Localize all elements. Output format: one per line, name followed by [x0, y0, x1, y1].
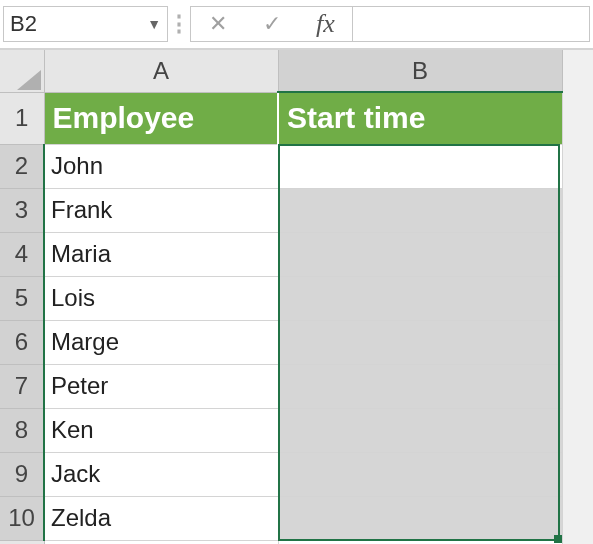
- cell-B2[interactable]: [278, 144, 562, 188]
- row-header-9[interactable]: 9: [0, 452, 44, 496]
- cell-B5[interactable]: [278, 276, 562, 320]
- spreadsheet-grid[interactable]: A B 1 Employee Start time 2 John 3 Frank…: [0, 50, 593, 544]
- row-header-8[interactable]: 8: [0, 408, 44, 452]
- cell-A5[interactable]: Lois: [44, 276, 278, 320]
- insert-function-button[interactable]: fx: [299, 7, 353, 41]
- cell-A4[interactable]: Maria: [44, 232, 278, 276]
- cell-B1[interactable]: Start time: [278, 92, 562, 144]
- cell-A3[interactable]: Frank: [44, 188, 278, 232]
- row-header-1[interactable]: 1: [0, 92, 44, 144]
- cell-A6[interactable]: Marge: [44, 320, 278, 364]
- cell-A1[interactable]: Employee: [44, 92, 278, 144]
- row-header-2[interactable]: 2: [0, 144, 44, 188]
- cell-B10[interactable]: [278, 496, 562, 540]
- name-box[interactable]: B2 ▼: [3, 6, 168, 42]
- chevron-down-icon[interactable]: ▼: [147, 16, 161, 32]
- select-all-corner[interactable]: [0, 50, 44, 92]
- row-header-7[interactable]: 7: [0, 364, 44, 408]
- row-header-3[interactable]: 3: [0, 188, 44, 232]
- cell-B8[interactable]: [278, 408, 562, 452]
- cell-B11[interactable]: [278, 540, 562, 544]
- formula-buttons: ✕ ✓ fx: [190, 6, 590, 42]
- row-header-4[interactable]: 4: [0, 232, 44, 276]
- enter-icon[interactable]: ✓: [245, 7, 299, 41]
- column-header-A[interactable]: A: [44, 50, 278, 92]
- cell-B4[interactable]: [278, 232, 562, 276]
- name-box-value: B2: [10, 11, 37, 37]
- row-header-5[interactable]: 5: [0, 276, 44, 320]
- formula-bar: B2 ▼ ⋮ ✕ ✓ fx: [0, 0, 593, 50]
- cell-B9[interactable]: [278, 452, 562, 496]
- cell-A2[interactable]: John: [44, 144, 278, 188]
- cancel-icon[interactable]: ✕: [191, 7, 245, 41]
- cell-A10[interactable]: Zelda: [44, 496, 278, 540]
- cell-A8[interactable]: Ken: [44, 408, 278, 452]
- row-header-6[interactable]: 6: [0, 320, 44, 364]
- cell-B6[interactable]: [278, 320, 562, 364]
- cell-A7[interactable]: Peter: [44, 364, 278, 408]
- formula-bar-separator: ⋮: [168, 11, 190, 37]
- row-header-11[interactable]: 11: [0, 540, 44, 544]
- cell-B7[interactable]: [278, 364, 562, 408]
- cell-B3[interactable]: [278, 188, 562, 232]
- column-header-B[interactable]: B: [278, 50, 562, 92]
- formula-input[interactable]: [353, 7, 589, 41]
- cell-A11[interactable]: [44, 540, 278, 544]
- row-header-10[interactable]: 10: [0, 496, 44, 540]
- cell-A9[interactable]: Jack: [44, 452, 278, 496]
